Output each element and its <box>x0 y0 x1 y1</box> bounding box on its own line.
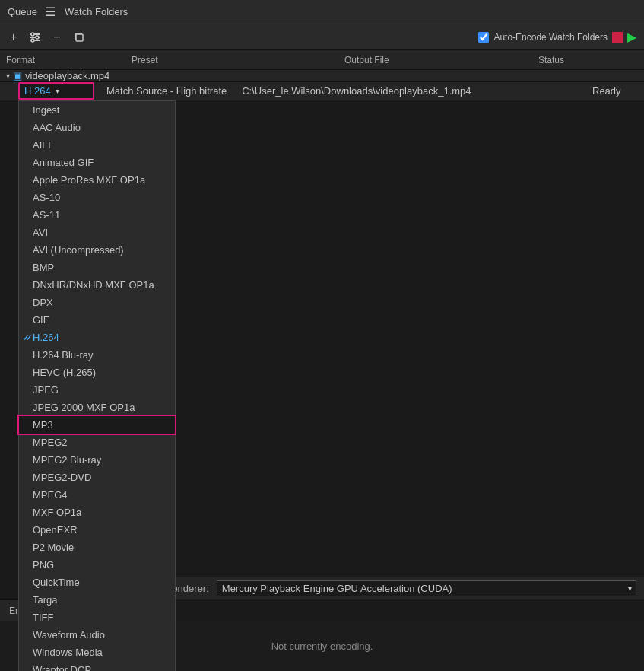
renderer-bar: Renderer: Mercury Playback Engine GPU Ac… <box>157 577 644 599</box>
format-option-jpeg2000[interactable]: JPEG 2000 MXF OP1a <box>19 399 175 416</box>
column-headers: Format Preset Output File Status <box>0 50 644 70</box>
format-option-targa[interactable]: Targa <box>19 591 175 609</box>
file-icon: ▣ <box>13 70 22 81</box>
svg-point-5 <box>31 39 34 42</box>
svg-point-3 <box>31 33 34 36</box>
format-option-jpeg[interactable]: JPEG <box>19 381 175 399</box>
watch-folders-button[interactable]: Watch Folders <box>65 6 128 17</box>
format-option-p2-movie[interactable]: P2 Movie <box>19 539 175 556</box>
format-option-aiff[interactable]: AIFF <box>19 136 175 154</box>
preset-column-header: Preset <box>132 55 344 65</box>
format-row: H.264 ▾ Match Source - High bitrate C:\U… <box>0 82 644 100</box>
format-option-avi-uncompressed[interactable]: AVI (Uncompressed) <box>19 241 175 259</box>
format-option-avi[interactable]: AVI <box>19 224 175 241</box>
title-bar: Queue ☰ Watch Folders <box>0 0 644 24</box>
format-option-bmp[interactable]: BMP <box>19 259 175 276</box>
format-dropdown-list: IngestAAC AudioAIFFAnimated GIFApple Pro… <box>18 100 176 671</box>
auto-encode-wrap: Auto-Encode Watch Folders ▶ <box>478 32 638 43</box>
toolbar: + − Auto-Encode Watch Folders ▶ <box>0 24 644 50</box>
format-option-waveform-audio[interactable]: Waveform Audio <box>19 626 175 644</box>
queue-file-row: ▾ ▣ videoplayback.mp4 <box>0 70 644 82</box>
format-option-mp3[interactable]: MP3 <box>19 416 175 434</box>
settings-button[interactable] <box>25 30 45 45</box>
format-option-aac-audio[interactable]: AAC Audio <box>19 119 175 136</box>
format-option-dpx[interactable]: DPX <box>19 294 175 311</box>
format-option-h264[interactable]: ✓H.264 <box>19 329 175 346</box>
main-content: ▾ ▣ videoplayback.mp4 H.264 ▾ Match Sour… <box>0 70 644 671</box>
format-option-png[interactable]: PNG <box>19 556 175 574</box>
format-option-h264-bluray[interactable]: H.264 Blu-ray <box>19 346 175 364</box>
format-option-ingest[interactable]: Ingest <box>19 101 175 119</box>
svg-rect-6 <box>76 34 83 41</box>
auto-encode-label: Auto-Encode Watch Folders <box>493 32 608 43</box>
add-button[interactable]: + <box>6 29 21 46</box>
hamburger-icon[interactable]: ☰ <box>45 5 56 19</box>
format-dropdown-trigger[interactable]: H.264 ▾ <box>18 82 94 100</box>
stop-button[interactable] <box>612 32 623 43</box>
renderer-select-wrap: Mercury Playback Engine GPU Acceleration… <box>217 580 636 596</box>
format-option-windows-media[interactable]: Windows Media <box>19 644 175 661</box>
format-option-mxf-op1a[interactable]: MXF OP1a <box>19 504 175 521</box>
queue-row-toggle[interactable]: ▾ <box>6 72 10 80</box>
status-value: Ready <box>592 85 638 97</box>
format-option-wraptor-dcp[interactable]: Wraptor DCP <box>19 661 175 671</box>
format-option-dnxhr[interactable]: DNxHR/DNxHD MXF OP1a <box>19 276 175 294</box>
format-option-as-10[interactable]: AS-10 <box>19 189 175 206</box>
format-option-mpeg2-bluray[interactable]: MPEG2 Blu-ray <box>19 451 175 469</box>
queue-title: Queue <box>8 6 37 17</box>
format-option-gif[interactable]: GIF <box>19 311 175 329</box>
status-column-header: Status <box>538 55 614 65</box>
format-option-tiff[interactable]: TIFF <box>19 609 175 626</box>
auto-encode-checkbox[interactable] <box>478 32 489 43</box>
play-button[interactable]: ▶ <box>627 32 638 43</box>
format-option-quicktime[interactable]: QuickTime <box>19 574 175 591</box>
output-column-header: Output File <box>344 55 538 65</box>
renderer-select[interactable]: Mercury Playback Engine GPU Acceleration… <box>217 580 636 596</box>
format-option-mpeg2-dvd[interactable]: MPEG2-DVD <box>19 469 175 486</box>
format-option-mpeg4[interactable]: MPEG4 <box>19 486 175 504</box>
format-column-header: Format <box>6 55 132 65</box>
format-option-mpeg2[interactable]: MPEG2 <box>19 434 175 451</box>
format-option-animated-gif[interactable]: Animated GIF <box>19 154 175 171</box>
svg-point-4 <box>36 36 39 39</box>
output-file-value: C:\User_le Wilson\Downloads\videoplaybac… <box>242 85 586 97</box>
format-option-hevc[interactable]: HEVC (H.265) <box>19 364 175 381</box>
format-option-as-11[interactable]: AS-11 <box>19 206 175 224</box>
preset-value: Match Source - High bitrate <box>106 85 227 97</box>
queue-filename: videoplayback.mp4 <box>25 70 109 81</box>
format-option-apple-prores[interactable]: Apple ProRes MXF OP1a <box>19 171 175 189</box>
format-option-openexr[interactable]: OpenEXR <box>19 521 175 539</box>
chevron-down-icon: ▾ <box>56 87 59 95</box>
format-dropdown-label: H.264 <box>24 85 51 97</box>
remove-button[interactable]: − <box>49 29 64 46</box>
encoding-status-text: Not currently encoding. <box>271 641 373 652</box>
duplicate-button[interactable] <box>69 30 89 45</box>
